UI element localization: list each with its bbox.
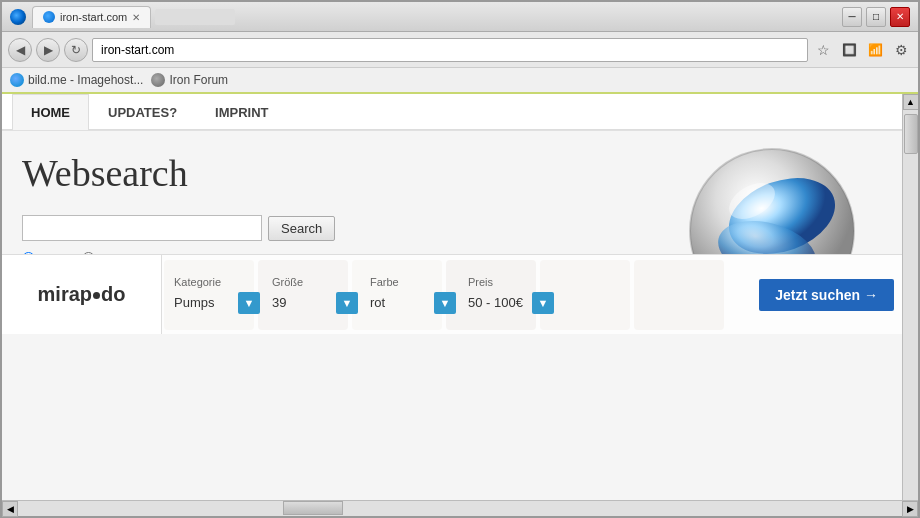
bottom-banner: mirapdo Kategorie Pumps ▼ Größe	[2, 254, 902, 334]
filter-arrow-preis[interactable]: ▼	[532, 292, 554, 314]
address-bar: ◀ ▶ ↻ ☆ 🔲 📶 ⚙	[2, 32, 918, 68]
filter-select-groesse: 39 ▼	[272, 292, 358, 314]
filter-arrow-farbe[interactable]: ▼	[434, 292, 456, 314]
nav-tabs: HOME UPDATES? IMPRINT	[2, 94, 902, 130]
scroll-thumb[interactable]	[904, 114, 918, 154]
bookmark-favicon-ironforum	[151, 73, 165, 87]
address-icons: ☆ 🔲 📶 ⚙	[812, 39, 912, 61]
back-button[interactable]: ◀	[8, 38, 32, 62]
bookmark-label-bild: bild.me - Imagehost...	[28, 73, 143, 87]
filter-farbe: Farbe rot ▼	[370, 276, 456, 314]
site-header: HOME UPDATES? IMPRINT	[2, 94, 902, 131]
new-tab-area	[155, 9, 235, 25]
reload-button[interactable]: ↻	[64, 38, 88, 62]
filter-value-farbe: rot	[370, 295, 430, 310]
page-content: HOME UPDATES? IMPRINT Websearch Search	[2, 94, 902, 500]
nav-tab-updates[interactable]: UPDATES?	[89, 94, 196, 130]
filter-groesse: Größe 39 ▼	[272, 276, 358, 314]
bookmarks-bar: bild.me - Imagehost... Iron Forum	[2, 68, 918, 94]
window-favicon	[10, 9, 26, 25]
bookmark-label-ironforum: Iron Forum	[169, 73, 228, 87]
bookmark-favicon-bild	[10, 73, 24, 87]
filter-value-groesse: 39	[272, 295, 332, 310]
filter-arrow-groesse[interactable]: ▼	[336, 292, 358, 314]
star-icon[interactable]: ☆	[812, 39, 834, 61]
main-area: HOME UPDATES? IMPRINT Websearch Search	[2, 94, 918, 500]
forward-button[interactable]: ▶	[36, 38, 60, 62]
maximize-button[interactable]: □	[866, 7, 886, 27]
bookmark-bild[interactable]: bild.me - Imagehost...	[10, 73, 143, 87]
search-button[interactable]: Search	[268, 216, 335, 241]
horizontal-scrollbar: ◀ ▶	[2, 500, 918, 516]
browser-tab[interactable]: iron-start.com ✕	[32, 6, 151, 28]
filter-value-preis: 50 - 100€	[468, 295, 528, 310]
filter-label-preis: Preis	[468, 276, 554, 288]
scroll-up-button[interactable]: ▲	[903, 94, 919, 110]
filter-kategorie: Kategorie Pumps ▼	[174, 276, 260, 314]
filter-value-kategorie: Pumps	[174, 295, 234, 310]
site-body: Websearch Search Web Images	[2, 131, 902, 334]
tab-label: iron-start.com	[60, 11, 127, 23]
nav-tab-imprint[interactable]: IMPRINT	[196, 94, 287, 130]
filter-select-farbe: rot ▼	[370, 292, 456, 314]
filter-select-preis: 50 - 100€ ▼	[468, 292, 554, 314]
filter-label-groesse: Größe	[272, 276, 358, 288]
jetzt-suchen-button[interactable]: Jetzt suchen →	[759, 279, 894, 311]
window-controls: ─ □ ✕	[842, 7, 910, 27]
tab-favicon	[43, 11, 55, 23]
filter-label-kategorie: Kategorie	[174, 276, 260, 288]
scroll-track	[18, 501, 902, 516]
minimize-button[interactable]: ─	[842, 7, 862, 27]
address-input[interactable]	[92, 38, 808, 62]
scroll-right-button[interactable]: ▶	[902, 501, 918, 517]
filter-preis: Preis 50 - 100€ ▼	[468, 276, 554, 314]
close-button[interactable]: ✕	[890, 7, 910, 27]
scroll-left-button[interactable]: ◀	[2, 501, 18, 517]
nav-tab-home[interactable]: HOME	[12, 94, 89, 130]
filter-label-farbe: Farbe	[370, 276, 456, 288]
ext-icon-2[interactable]: 📶	[864, 39, 886, 61]
ext-icon-1[interactable]: 🔲	[838, 39, 860, 61]
filter-select-kategorie: Pumps ▼	[174, 292, 260, 314]
wrench-icon[interactable]: ⚙	[890, 39, 912, 61]
banner-filters: Kategorie Pumps ▼ Größe 39 ▼	[162, 255, 902, 334]
filter-arrow-kategorie[interactable]: ▼	[238, 292, 260, 314]
banner-logo: mirapdo	[2, 255, 162, 334]
tab-close-button[interactable]: ✕	[132, 12, 140, 23]
search-input[interactable]	[22, 215, 262, 241]
bookmark-ironforum[interactable]: Iron Forum	[151, 73, 228, 87]
h-scroll-thumb[interactable]	[283, 501, 343, 515]
vertical-scrollbar: ▲	[902, 94, 918, 500]
browser-window: iron-start.com ✕ ─ □ ✕ ◀ ▶ ↻ ☆ 🔲 📶 ⚙ bil…	[0, 0, 920, 518]
title-bar: iron-start.com ✕ ─ □ ✕	[2, 2, 918, 32]
